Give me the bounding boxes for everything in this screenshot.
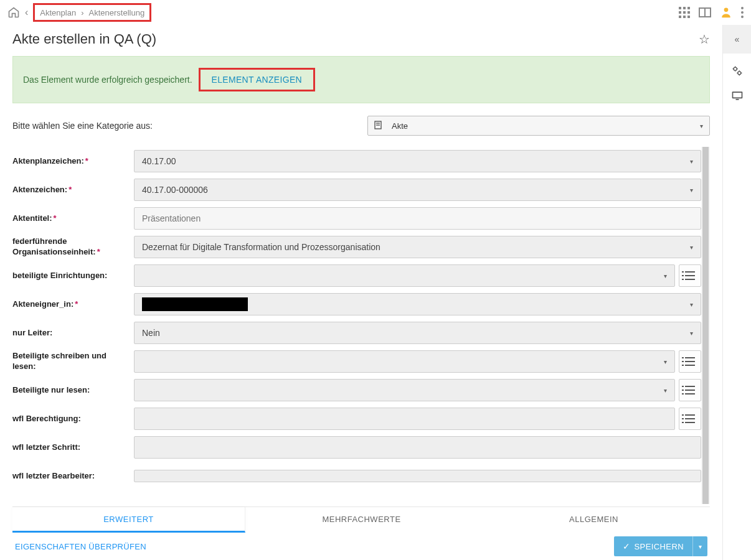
field-wfl-letzter-schritt[interactable] <box>134 436 701 459</box>
label-aktenplanzeichen: Aktenplanzeichen:* <box>12 156 134 167</box>
svg-point-11 <box>724 8 729 12</box>
tab-allgemein[interactable]: ALLGEMEIN <box>478 507 710 533</box>
svg-rect-6 <box>679 16 681 18</box>
category-value: Akte <box>392 121 408 131</box>
field-wfl-berechtigung[interactable] <box>134 408 675 430</box>
label-wfl-berechtigung: wfl Berechtigung: <box>12 414 134 424</box>
form-area: Aktenplanzeichen:* 40.17.00▾ Aktenzeiche… <box>12 147 710 504</box>
chevron-down-icon: ▾ <box>690 158 693 165</box>
user-profile-icon[interactable] <box>720 6 732 19</box>
breadcrumb-aktenplan[interactable]: Aktenplan <box>40 8 76 17</box>
tab-mehrfachwerte[interactable]: MEHRFACHWERTE <box>245 507 478 533</box>
field-aktenplanzeichen[interactable]: 40.17.00▾ <box>134 150 701 172</box>
list-picker-button[interactable] <box>679 408 701 430</box>
list-icon <box>685 414 695 423</box>
list-picker-button[interactable] <box>679 350 701 373</box>
panel-layout-icon[interactable] <box>699 7 711 17</box>
page-title: Akte erstellen in QA (Q) <box>12 31 156 47</box>
svg-rect-1 <box>683 7 686 9</box>
alert-message: Das Element wurde erfolgreich gespeicher… <box>23 75 192 85</box>
label-akteneigner: Akteneigner_in:* <box>12 299 134 310</box>
chevron-down-icon: ▾ <box>699 543 702 550</box>
topbar: ‹ Aktenplan › Aktenerstellung <box>0 0 751 25</box>
label-wfl-letzter-bearbeiter: wfl letzter Bearbeiter: <box>12 471 134 482</box>
chevron-down-icon: ▾ <box>690 187 693 194</box>
svg-rect-7 <box>683 16 686 18</box>
more-options-icon[interactable] <box>741 7 744 18</box>
list-icon <box>685 271 695 280</box>
category-label: Bitte wählen Sie eine Kategorie aus: <box>12 121 367 131</box>
field-aktentitel[interactable]: Präsentationen <box>134 207 701 230</box>
svg-rect-4 <box>683 11 686 14</box>
footer: EIGENSCHAFTEN ÜBERPRÜFEN ✓ SPEICHERN ▾ <box>12 533 710 560</box>
chevron-down-icon: ▾ <box>664 387 667 394</box>
list-icon <box>685 357 695 366</box>
field-beteiligte-einrichtungen[interactable]: ▾ <box>134 264 675 287</box>
svg-point-13 <box>737 72 740 75</box>
field-aktenzeichen[interactable]: 40.17.00-000006▾ <box>134 179 701 201</box>
label-beteiligte-schreiben: Beteiligte schreiben und lesen: <box>12 351 134 372</box>
breadcrumb-separator-icon: › <box>81 8 83 17</box>
sidebar-collapse-button[interactable]: « <box>723 25 751 54</box>
svg-rect-5 <box>687 11 690 14</box>
scrollbar[interactable] <box>701 147 710 504</box>
svg-rect-16 <box>735 99 739 100</box>
svg-rect-2 <box>687 7 690 9</box>
redacted-value <box>142 297 248 311</box>
main-content: Akte erstellen in QA (Q) ☆ Das Element w… <box>0 25 722 560</box>
list-picker-button[interactable] <box>679 379 701 401</box>
svg-point-12 <box>734 67 737 70</box>
label-aktenzeichen: Aktenzeichen:* <box>12 185 134 195</box>
chevron-down-icon: ▾ <box>690 244 693 251</box>
svg-rect-15 <box>733 93 741 98</box>
field-nur-leiter[interactable]: Nein▾ <box>134 322 701 344</box>
settings-gears-icon[interactable] <box>731 65 744 79</box>
field-federfuehrende[interactable]: Dezernat für Digitale Transformation und… <box>134 236 701 258</box>
label-federfuehrende: federführende Organisationseinheit:* <box>12 236 134 258</box>
svg-rect-0 <box>679 7 681 9</box>
label-beteiligte-lesen: Beteiligte nur lesen: <box>12 385 134 396</box>
svg-rect-8 <box>687 16 690 18</box>
tab-erweitert[interactable]: ERWEITERT <box>12 507 245 533</box>
label-aktentitel: Aktentitel:* <box>12 213 134 224</box>
speichern-dropdown-button[interactable]: ▾ <box>692 536 707 556</box>
favorite-star-icon[interactable]: ☆ <box>699 32 710 47</box>
highlight-box-element-anzeigen: ELEMENT ANZEIGEN <box>199 68 315 91</box>
field-beteiligte-lesen[interactable]: ▾ <box>134 379 675 401</box>
field-beteiligte-schreiben[interactable]: ▾ <box>134 350 675 373</box>
home-icon[interactable] <box>7 6 20 19</box>
field-wfl-letzter-bearbeiter[interactable] <box>134 470 701 482</box>
success-alert: Das Element wurde erfolgreich gespeicher… <box>12 56 710 103</box>
label-wfl-letzter-schritt: wfl letzter Schritt: <box>12 442 134 453</box>
label-beteiligte-einrichtungen: beteiligte Einrichtungen: <box>12 271 134 281</box>
label-nur-leiter: nur Leiter: <box>12 328 134 338</box>
breadcrumb-back-icon[interactable]: ‹ <box>25 7 28 18</box>
check-icon: ✓ <box>623 541 630 551</box>
chevron-down-icon: ▾ <box>664 273 667 279</box>
eigenschaften-ueberpruefen-link[interactable]: EIGENSCHAFTEN ÜBERPRÜFEN <box>15 542 146 551</box>
field-akteneigner[interactable]: ▾ <box>134 293 701 315</box>
right-sidebar: « <box>722 25 751 560</box>
chevron-down-icon: ▾ <box>690 301 693 308</box>
breadcrumb: Aktenplan › Aktenerstellung <box>33 3 151 22</box>
chevron-down-icon: ▾ <box>690 330 693 337</box>
chevron-down-icon: ▾ <box>664 358 667 365</box>
element-anzeigen-link[interactable]: ELEMENT ANZEIGEN <box>212 75 302 85</box>
tabs: ERWEITERT MEHRFACHWERTE ALLGEMEIN <box>12 506 710 533</box>
breadcrumb-aktenerstellung[interactable]: Aktenerstellung <box>89 8 145 17</box>
apps-grid-icon[interactable] <box>679 7 690 18</box>
svg-rect-3 <box>679 11 681 14</box>
category-select[interactable]: Akte ▾ <box>367 116 710 136</box>
list-picker-button[interactable] <box>679 264 701 287</box>
list-icon <box>685 386 695 394</box>
monitor-icon[interactable] <box>731 90 744 103</box>
speichern-button[interactable]: ✓ SPEICHERN <box>614 536 692 556</box>
category-folder-icon <box>374 121 382 131</box>
chevron-down-icon: ▾ <box>700 123 703 129</box>
